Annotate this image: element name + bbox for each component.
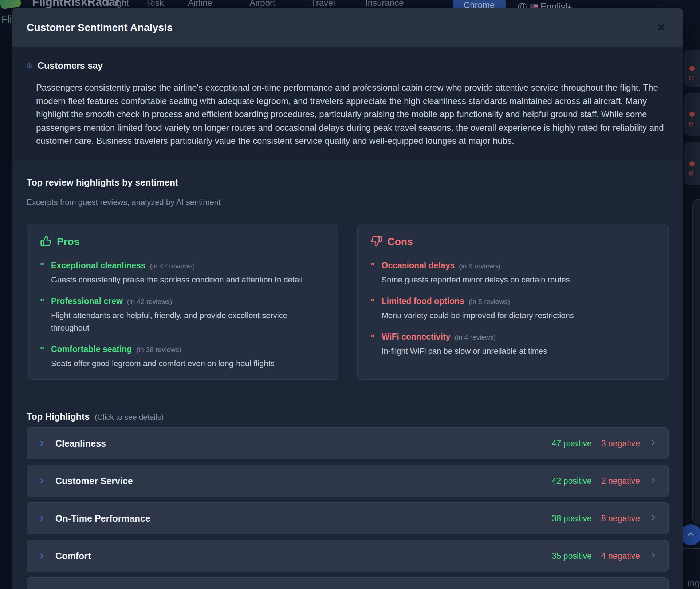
highlight-label: On-Time Performance (55, 513, 150, 524)
highlight-row-comfort[interactable]: Comfort 35 positive 4 negative (27, 540, 669, 572)
con-review-count: (in 5 reviews) (469, 298, 510, 306)
brand-title: FlightRiskRadar (32, 0, 120, 9)
pro-review-count: (in 38 reviews) (136, 346, 181, 354)
con-description: Some guests reported minor delays on cer… (382, 274, 570, 286)
thumbs-down-icon (371, 235, 382, 248)
nav-item-travel[interactable]: Travel (311, 0, 335, 8)
cons-card: Cons " Occasional delays (in 8 reviews) … (357, 224, 669, 380)
pro-label: Comfortable seating (51, 344, 132, 354)
con-label: Occasional delays (382, 261, 455, 270)
con-review-count: (in 8 reviews) (459, 262, 500, 270)
pros-card: Pros " Exceptional cleanliness (in 47 re… (27, 224, 338, 380)
negative-count: 8 negative (601, 514, 640, 523)
negative-count: 2 negative (601, 476, 640, 486)
negative-count: 4 negative (601, 551, 640, 561)
customers-say-heading: Customers say (38, 60, 103, 71)
pro-item: " Professional crew (in 42 reviews) Flig… (40, 296, 325, 334)
highlight-row-on-time-performance[interactable]: On-Time Performance 38 positive 8 negati… (27, 502, 669, 534)
alert-dot-icon (689, 112, 695, 117)
chevron-right-icon (649, 476, 657, 486)
con-item: " Occasional delays (in 8 reviews) Some … (371, 261, 656, 286)
con-label: WiFi connectivity (382, 332, 451, 342)
pro-description: Seats offer good legroom and comfort eve… (51, 357, 275, 370)
highlight-row-cleanliness[interactable]: Cleanliness 47 positive 3 negative (27, 427, 669, 459)
pro-item: " Comfortable seating (in 38 reviews) Se… (40, 344, 325, 370)
positive-count: 47 positive (552, 439, 592, 448)
pros-title: Pros (57, 236, 79, 248)
modal-title: Customer Sentiment Analysis (27, 22, 173, 33)
chevron-up-icon (686, 529, 696, 540)
thumbs-up-icon (40, 235, 52, 248)
pro-description: Guests consistently praise the spotless … (51, 274, 303, 286)
nav-item-risk[interactable]: Risk (147, 0, 164, 8)
scroll-to-top-button[interactable] (680, 524, 700, 545)
partial-text: e (689, 168, 693, 178)
highlight-label: Cleanliness (55, 438, 106, 449)
chevron-right-icon (38, 552, 46, 560)
top-highlights-hint: (Click to see details) (95, 413, 164, 422)
highlight-label: Comfort (55, 551, 91, 561)
cons-title: Cons (388, 236, 413, 248)
con-item: " Limited food options (in 5 reviews) Me… (371, 296, 656, 322)
info-circle-icon (27, 63, 32, 68)
con-description: Menu variety could be improved for dieta… (382, 309, 574, 322)
con-review-count: (in 4 reviews) (455, 333, 496, 341)
nav-item-insurance[interactable]: Insurance (365, 0, 404, 8)
customer-sentiment-modal: Customer Sentiment Analysis ✕ Customers … (12, 8, 683, 589)
chevron-right-icon (649, 514, 657, 523)
alert-dot-icon (689, 161, 695, 166)
partial-text: e (689, 119, 693, 129)
background-card (692, 199, 700, 524)
customers-say-paragraph: Passengers consistently praise the airli… (36, 81, 670, 148)
pro-label: Exceptional cleanliness (51, 261, 146, 270)
partial-text: e (689, 73, 693, 83)
review-highlights-heading: Top review highlights by sentiment (27, 177, 669, 188)
pro-description: Flight attendants are helpful, friendly,… (51, 309, 313, 334)
chevron-right-icon (38, 439, 46, 447)
con-label: Limited food options (382, 296, 464, 306)
pro-label: Professional crew (51, 296, 123, 306)
positive-count: 35 positive (552, 551, 592, 561)
quote-icon: " (371, 296, 382, 322)
con-item: " WiFi connectivity (in 4 reviews) In-fl… (371, 332, 656, 357)
negative-count: 3 negative (601, 439, 640, 448)
divider (683, 548, 700, 549)
chevron-right-icon (38, 514, 46, 522)
pro-review-count: (in 47 reviews) (150, 262, 195, 270)
modal-header: Customer Sentiment Analysis ✕ (12, 8, 683, 47)
customers-say-section: Customers say Passengers consistently pr… (12, 47, 683, 161)
highlight-label: Customer Service (55, 476, 133, 486)
nav-item-flight[interactable]: Flight (107, 0, 129, 8)
quote-icon: " (371, 261, 382, 286)
chevron-right-icon (38, 477, 46, 485)
quote-icon: " (40, 261, 51, 286)
review-highlights-subheading: Excerpts from guest reviews, analyzed by… (27, 198, 669, 207)
con-description: In-flight WiFi can be slow or unreliable… (382, 345, 547, 357)
positive-count: 38 positive (552, 514, 592, 523)
top-highlights-heading: Top Highlights (27, 411, 90, 422)
divider (12, 395, 683, 395)
chevron-right-icon (649, 551, 657, 561)
nav-item-airline[interactable]: Airline (188, 0, 212, 8)
alert-dot-icon (689, 66, 695, 71)
positive-count: 42 positive (552, 476, 592, 486)
pro-review-count: (in 42 reviews) (127, 298, 172, 306)
highlight-row-partial[interactable] (27, 577, 669, 589)
quote-icon: " (40, 344, 51, 370)
quote-icon: " (40, 296, 51, 334)
close-button[interactable]: ✕ (654, 20, 669, 35)
chevron-right-icon (649, 439, 657, 448)
nav-item-airport[interactable]: Airport (249, 0, 275, 8)
partial-text: ing (688, 578, 700, 589)
pro-item: " Exceptional cleanliness (in 47 reviews… (40, 261, 325, 286)
quote-icon: " (371, 332, 382, 357)
highlight-row-customer-service[interactable]: Customer Service 42 positive 2 negative (27, 465, 669, 497)
